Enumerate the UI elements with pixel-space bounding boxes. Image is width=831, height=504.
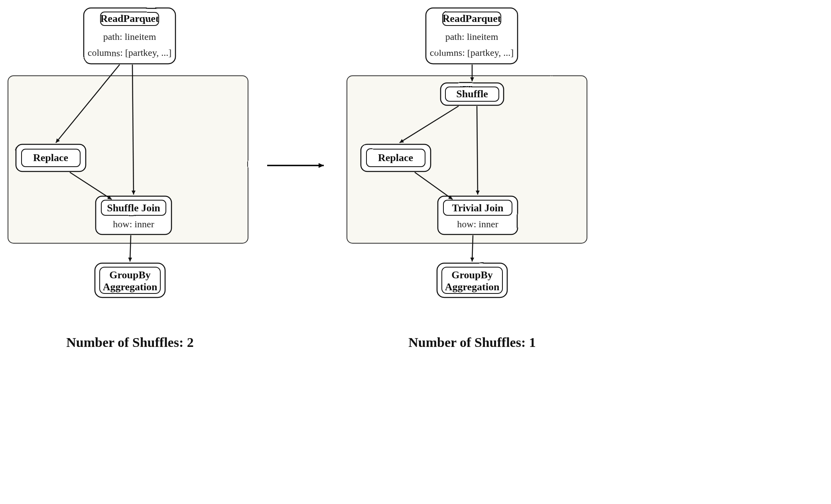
left-join-node: Shuffle Join how: inner [96, 196, 171, 234]
left-read-parquet-title: ReadParquet [100, 13, 159, 24]
right-caption: Number of Shuffles: 1 [408, 335, 536, 350]
left-replace-title: Replace [33, 152, 68, 163]
left-replace-node: Replace [16, 144, 86, 171]
right-groupby-line2: Aggregation [445, 281, 500, 293]
right-shuffle-title: Shuffle [456, 88, 488, 100]
left-join-how: how: inner [113, 219, 154, 229]
right-join-title: Trivial Join [452, 202, 504, 214]
right-shuffle-node: Shuffle [441, 83, 504, 105]
right-replace-node: Replace [361, 144, 431, 171]
left-read-parquet-node: ReadParquet path: lineitem columns: [par… [84, 8, 175, 64]
right-read-parquet-node: ReadParquet path: lineitem columns: [par… [426, 8, 518, 64]
right-groupby-node: GroupBy Aggregation [437, 263, 507, 297]
left-groupby-node: GroupBy Aggregation [95, 263, 165, 297]
left-groupby-line1: GroupBy [109, 269, 151, 281]
right-replace-title: Replace [378, 152, 413, 163]
left-read-parquet-columns: columns: [partkey, ...] [88, 47, 171, 58]
right-join-node: Trivial Join how: inner [438, 196, 518, 234]
left-groupby-line2: Aggregation [103, 281, 158, 293]
right-read-parquet-title: ReadParquet [443, 13, 501, 24]
left-caption: Number of Shuffles: 2 [66, 335, 194, 350]
left-join-title: Shuffle Join [107, 202, 160, 214]
diagram-canvas: ReadParquet path: lineitem columns: [par… [0, 0, 831, 504]
right-read-parquet-columns: columns: [partkey, ...] [430, 47, 514, 58]
right-groupby-line1: GroupBy [451, 269, 493, 281]
right-join-how: how: inner [457, 219, 498, 229]
left-read-parquet-path: path: lineitem [103, 32, 156, 42]
right-read-parquet-path: path: lineitem [445, 32, 498, 42]
